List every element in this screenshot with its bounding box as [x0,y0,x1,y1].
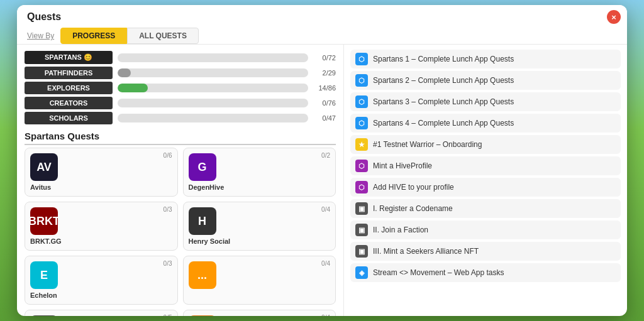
quest-list-label-q2: Spartans 2 – Complete Lunch App Quests [373,76,514,85]
quest-list-item-q3[interactable]: ⬡Spartans 3 – Complete Lunch App Quests [350,92,621,111]
left-panel: SPARTANS 😊0/72PATHFINDERS2/29EXPLORERS14… [17,45,344,316]
tab-all-quests[interactable]: ALL QUESTS [127,28,199,44]
quest-list-icon-q5: ★ [355,138,368,151]
category-btn-explorers[interactable]: EXPLORERS [25,82,113,94]
quest-list-label-q7: Add HIVE to your profile [373,183,454,192]
quest-list-label-q10: III. Mint a Seekers Alliance NFT [373,247,479,256]
modal-overlay: Quests × View By PROGRESS ALL QUESTS SPA… [0,0,644,321]
quest-card-card7[interactable]: 0/5★ [25,310,178,316]
quest-icon-brkt: BRKT [30,207,58,235]
quest-card-card8[interactable]: 0/4◈ [183,310,336,316]
quest-icon-echelon: E [30,261,58,289]
quest-list-item-q1[interactable]: ⬡Spartans 1 – Complete Lunch App Quests [350,50,621,68]
quest-list-item-q10[interactable]: ▣III. Mint a Seekers Alliance NFT [350,242,621,261]
quest-list-label-q11: Stream <> Movement – Web App tasks [373,268,504,277]
quest-list-icon-q9: ▣ [355,224,368,236]
quest-list-label-q9: II. Join a Faction [373,226,428,234]
category-btn-creators[interactable]: CREATORS [25,97,113,109]
quest-card-brkt[interactable]: 0/3BRKTBRKT.GG [25,202,178,251]
modal-body: SPARTANS 😊0/72PATHFINDERS2/29EXPLORERS14… [17,45,627,316]
quest-list-icon-q8: ▣ [355,202,368,215]
quest-icon-henry: H [189,207,216,235]
progress-bar-spartans [118,53,308,62]
quest-grid: 0/6AVAvitus0/2GDegenHive0/3BRKTBRKT.GG0/… [25,148,336,316]
quest-app-name-degenhive: DegenHive [189,183,331,191]
progress-fill-pathfinders [118,68,131,77]
quest-card-avitus[interactable]: 0/6AVAvitus [25,148,178,197]
quest-list-icon-q7: ⬡ [355,181,368,193]
quest-list-label-q4: Spartans 4 – Complete Lunch App Quests [373,119,514,128]
quest-card-card6[interactable]: 0/4... [183,256,336,305]
category-count-scholars: 0/47 [313,114,336,122]
quest-list-item-q2[interactable]: ⬡Spartans 2 – Complete Lunch App Quests [350,71,621,90]
quest-list-icon-q6: ⬡ [355,160,368,172]
quest-card-count-echelon: 0/3 [164,260,172,267]
category-row-creators: CREATORS0/76 [25,97,336,109]
progress-fill-explorers [118,84,148,92]
category-btn-scholars[interactable]: SCHOLARS [25,112,113,124]
quest-list-icon-q2: ⬡ [355,74,368,87]
right-panel: ⬡Spartans 1 – Complete Lunch App Quests⬡… [344,45,627,316]
quest-list-item-q9[interactable]: ▣II. Join a Faction [350,220,621,239]
category-btn-pathfinders[interactable]: PATHFINDERS [25,67,113,79]
quest-card-count-card7: 0/5 [164,314,172,316]
quest-icon-card7: ★ [30,315,58,316]
quest-app-name-henry: Henry Social [189,237,331,245]
tabs-row: View By PROGRESS ALL QUESTS [27,28,617,44]
category-count-spartans: 0/72 [313,54,336,62]
category-row-explorers: EXPLORERS14/86 [25,82,336,94]
quest-list-label-q3: Spartans 3 – Complete Lunch App Quests [373,97,514,106]
category-row-spartans: SPARTANS 😊0/72 [25,51,336,64]
progress-bar-creators [118,99,308,107]
quest-list-icon-q3: ⬡ [355,95,368,108]
quest-list-icon-q10: ▣ [355,245,368,258]
category-list: SPARTANS 😊0/72PATHFINDERS2/29EXPLORERS14… [25,51,336,124]
quest-list-item-q6[interactable]: ⬡Mint a HiveProfile [350,156,621,175]
quest-card-degenhive[interactable]: 0/2GDegenHive [183,148,336,197]
category-count-creators: 0/76 [313,99,336,107]
quest-icon-degenhive: G [189,153,216,181]
modal-header: Quests × View By PROGRESS ALL QUESTS [17,5,627,45]
quest-list-icon-q11: ◈ [355,266,368,279]
tab-progress[interactable]: PROGRESS [60,28,127,44]
category-btn-spartans[interactable]: SPARTANS 😊 [25,51,113,64]
quest-card-count-card6: 0/4 [321,260,330,267]
quest-card-count-henry: 0/4 [321,206,330,213]
quest-icon-card8: ◈ [189,315,216,316]
category-count-pathfinders: 2/29 [313,69,336,77]
quest-list-item-q7[interactable]: ⬡Add HIVE to your profile [350,178,621,197]
quest-card-count-avitus: 0/6 [164,152,172,159]
close-button[interactable]: × [607,10,621,24]
quest-list-item-q8[interactable]: ▣I. Register a Codename [350,199,621,218]
quest-card-echelon[interactable]: 0/3EEchelon [25,256,178,305]
quest-app-name-echelon: Echelon [30,291,172,299]
quest-list-icon-q4: ⬡ [355,117,368,129]
category-row-pathfinders: PATHFINDERS2/29 [25,67,336,79]
quest-list-icon-q1: ⬡ [355,53,368,65]
category-row-scholars: SCHOLARS0/47 [25,112,336,124]
quest-card-count-brkt: 0/3 [164,206,172,213]
quest-list-item-q11[interactable]: ◈Stream <> Movement – Web App tasks [350,263,621,282]
quest-card-count-card8: 0/4 [321,314,330,316]
modal-title: Quests [27,11,617,23]
quest-app-name-brkt: BRKT.GG [30,237,172,245]
quest-card-count-degenhive: 0/2 [321,152,330,159]
quest-card-henry[interactable]: 0/4HHenry Social [183,202,336,251]
quest-list-label-q1: Spartans 1 – Complete Lunch App Quests [373,55,514,63]
quest-list-label-q8: I. Register a Codename [373,204,453,213]
quest-icon-card6: ... [189,261,216,289]
quest-app-name-avitus: Avitus [30,183,172,191]
quests-modal: Quests × View By PROGRESS ALL QUESTS SPA… [17,5,627,316]
quest-icon-avitus: AV [30,153,58,181]
view-by-label[interactable]: View By [27,31,54,40]
category-count-explorers: 14/86 [313,84,336,92]
quest-list-label-q5: #1 Testnet Warrior – Onboarding [373,140,482,149]
progress-bar-explorers [118,84,308,92]
section-title: Spartans Quests [25,131,336,145]
quest-list-item-q5[interactable]: ★#1 Testnet Warrior – Onboarding [350,135,621,154]
progress-bar-pathfinders [118,68,308,77]
progress-bar-scholars [118,114,308,122]
quest-list-label-q6: Mint a HiveProfile [373,161,432,170]
quest-list-item-q4[interactable]: ⬡Spartans 4 – Complete Lunch App Quests [350,114,621,133]
